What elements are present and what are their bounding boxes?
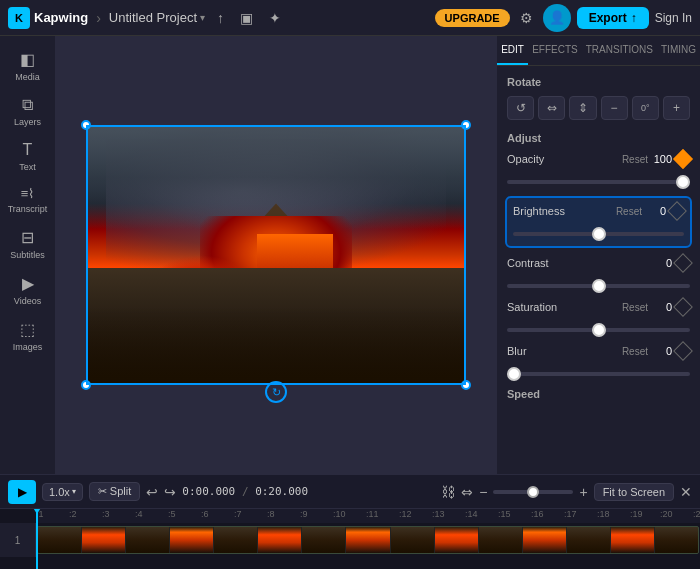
ruler-num: :10 — [333, 509, 346, 519]
adjust-section-title: Adjust — [507, 132, 690, 144]
contrast-keyframe[interactable] — [673, 253, 693, 273]
video-preview — [86, 125, 466, 385]
track-label-1: 1 — [0, 523, 36, 557]
bottom-area: ▶ 1.0x ▾ ✂ Split ↩ ↪ 0:00.000 / 0:20.000… — [0, 474, 700, 569]
ruler-num: :16 — [531, 509, 544, 519]
video-clip[interactable] — [37, 526, 699, 554]
tab-timing[interactable]: TIMING — [657, 36, 700, 65]
resize-handle-br[interactable] — [461, 380, 471, 390]
speed-section-title: Speed — [507, 388, 690, 400]
main-area: ◧ Media ⧉ Layers T Text ≡⌇ Transcript ⊟ … — [0, 36, 700, 474]
app-logo[interactable]: K Kapwing — [8, 7, 88, 29]
chevron-down-icon: ▾ — [200, 12, 205, 23]
ruler-num: :12 — [399, 509, 412, 519]
rotate-section-title: Rotate — [507, 76, 690, 88]
brightness-slider[interactable] — [513, 232, 684, 236]
opacity-reset[interactable]: Reset — [622, 154, 648, 165]
timeline-controls: ▶ 1.0x ▾ ✂ Split ↩ ↪ 0:00.000 / 0:20.000… — [0, 475, 700, 509]
monitor-icon[interactable]: ▣ — [236, 8, 257, 28]
export-icon: ↑ — [631, 11, 637, 25]
play-button[interactable]: ▶ — [8, 480, 36, 504]
canvas-area[interactable]: ↻ — [56, 36, 496, 474]
flip-v-button[interactable]: ⇕ — [569, 96, 596, 120]
project-name[interactable]: Untitled Project ▾ — [109, 10, 205, 25]
rotation-handle[interactable]: ↻ — [265, 381, 287, 403]
brightness-control: Brightness Reset 0 — [505, 196, 692, 248]
ruler-num: :7 — [234, 509, 242, 519]
link-icon[interactable]: ⛓ — [441, 484, 455, 500]
clip-area[interactable] — [36, 523, 700, 557]
ruler-num: :13 — [432, 509, 445, 519]
sidebar-item-subtitles[interactable]: ⊟ Subtitles — [2, 222, 54, 266]
saturation-slider[interactable] — [507, 328, 690, 332]
ruler-num: :9 — [300, 509, 308, 519]
contrast-value: 0 — [652, 257, 672, 269]
tab-edit[interactable]: EDIT — [497, 36, 528, 65]
blur-value: 0 — [652, 345, 672, 357]
rotate-row: ↺ ⇔ ⇕ − 0° + — [507, 96, 690, 120]
saturation-reset[interactable]: Reset — [622, 302, 648, 313]
blur-keyframe[interactable] — [673, 341, 693, 361]
zoom-in-icon[interactable]: + — [579, 484, 587, 500]
zoom-slider[interactable] — [493, 490, 573, 494]
panel-content: Rotate ↺ ⇔ ⇕ − 0° + Adjust Opacity Reset… — [497, 66, 700, 474]
ruler-num: :5 — [168, 509, 176, 519]
split-button[interactable]: ✂ Split — [89, 482, 140, 501]
brightness-keyframe[interactable] — [667, 201, 687, 221]
blur-slider[interactable] — [507, 372, 690, 376]
ruler-num: :14 — [465, 509, 478, 519]
transcript-icon: ≡⌇ — [21, 186, 35, 201]
text-icon: T — [23, 141, 33, 159]
rotate-ccw-button[interactable]: ↺ — [507, 96, 534, 120]
tab-effects[interactable]: EFFECTS — [528, 36, 582, 65]
topbar-actions: UPGRADE ⚙ 👤 Export ↑ Sign In — [435, 4, 692, 32]
video-canvas: ↻ — [86, 125, 466, 385]
undo-button[interactable]: ↩ — [146, 484, 158, 500]
export-button[interactable]: Export ↑ — [577, 7, 649, 29]
rotate-value-button[interactable]: 0° — [632, 96, 659, 120]
close-timeline-button[interactable]: ✕ — [680, 484, 692, 500]
sidebar-item-videos[interactable]: ▶ Videos — [2, 268, 54, 312]
opacity-keyframe[interactable] — [673, 149, 693, 169]
rotate-plus-button[interactable]: + — [663, 96, 690, 120]
sidebar-item-images[interactable]: ⬚ Images — [2, 314, 54, 358]
magic-icon[interactable]: ✦ — [265, 8, 285, 28]
current-timecode: 0:00.000 / 0:20.000 — [182, 485, 308, 498]
tab-transitions[interactable]: TRANSITIONS — [582, 36, 657, 65]
speed-control[interactable]: 1.0x ▾ — [42, 483, 83, 501]
left-sidebar: ◧ Media ⧉ Layers T Text ≡⌇ Transcript ⊟ … — [0, 36, 56, 474]
media-icon: ◧ — [20, 50, 35, 69]
sidebar-item-media[interactable]: ◧ Media — [2, 44, 54, 88]
blur-reset[interactable]: Reset — [622, 346, 648, 357]
ruler-num: :20 — [660, 509, 673, 519]
resize-handle-tr[interactable] — [461, 120, 471, 130]
upgrade-button[interactable]: UPGRADE — [435, 9, 510, 27]
ruler-num: :6 — [201, 509, 209, 519]
playhead[interactable] — [36, 509, 38, 569]
redo-button[interactable]: ↪ — [164, 484, 176, 500]
resize-handle-tl[interactable] — [81, 120, 91, 130]
sidebar-item-transcript[interactable]: ≡⌇ Transcript — [2, 180, 54, 220]
flip-h-button[interactable]: ⇔ — [538, 96, 565, 120]
share-button[interactable]: ↑ — [213, 8, 228, 28]
contrast-label: Contrast — [507, 257, 549, 269]
split-icon[interactable]: ⇔ — [461, 484, 473, 500]
panel-tabs: EDIT EFFECTS TRANSITIONS TIMING — [497, 36, 700, 66]
blur-control: Blur Reset 0 — [507, 344, 690, 380]
saturation-keyframe[interactable] — [673, 297, 693, 317]
saturation-value: 0 — [652, 301, 672, 313]
fit-to-screen-button[interactable]: Fit to Screen — [594, 483, 674, 501]
settings-icon[interactable]: ⚙ — [516, 8, 537, 28]
contrast-slider[interactable] — [507, 284, 690, 288]
blur-label: Blur — [507, 345, 527, 357]
brightness-reset[interactable]: Reset — [616, 206, 642, 217]
avatar[interactable]: 👤 — [543, 4, 571, 32]
opacity-slider[interactable] — [507, 180, 690, 184]
resize-handle-bl[interactable] — [81, 380, 91, 390]
sidebar-item-text[interactable]: T Text — [2, 135, 54, 178]
zoom-out-icon[interactable]: − — [479, 484, 487, 500]
signin-button[interactable]: Sign In — [655, 11, 692, 25]
sidebar-item-layers[interactable]: ⧉ Layers — [2, 90, 54, 133]
rotate-minus-button[interactable]: − — [601, 96, 628, 120]
app-name: Kapwing — [34, 10, 88, 25]
